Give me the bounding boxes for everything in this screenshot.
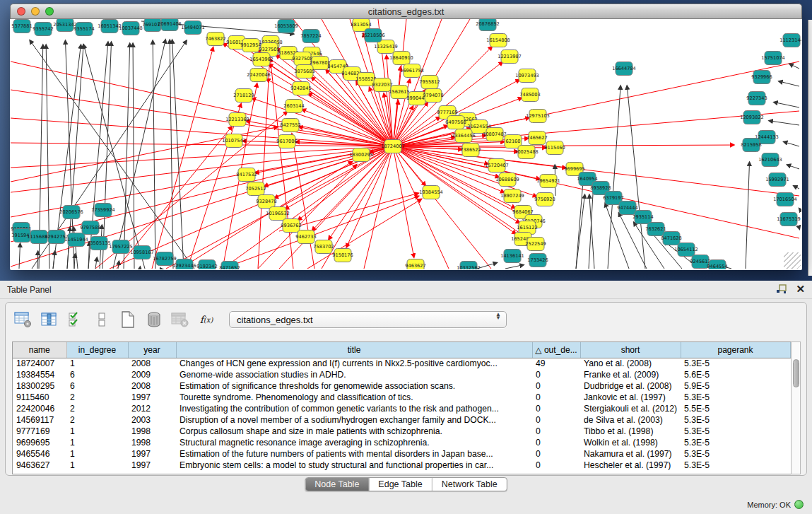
graph-node[interactable]: 16051342 xyxy=(98,20,122,33)
graph-node[interactable]: 7463822 xyxy=(205,33,225,46)
table-cell[interactable]: 1 xyxy=(66,460,128,471)
graph-node[interactable]: 22420046 xyxy=(247,69,271,82)
graph-node[interactable]: 9617006 xyxy=(276,135,297,148)
scrollbar-thumb[interactable] xyxy=(793,359,799,387)
table-cell[interactable]: 1 xyxy=(66,448,128,460)
table-cell[interactable]: 2012 xyxy=(128,403,176,414)
graph-node[interactable]: 6497568 xyxy=(445,116,466,129)
network-window-titlebar[interactable]: citations_edges.txt xyxy=(10,4,802,19)
table-cell[interactable]: Corpus callosum shape and size in male p… xyxy=(176,426,532,437)
column-header-out-degree[interactable]: △ out_de... xyxy=(532,342,580,358)
network-view-window[interactable]: citations_edges.txt 18724007746382291601… xyxy=(10,4,802,270)
table-cell[interactable]: 1 xyxy=(66,426,128,437)
table-row[interactable]: 977716911998Corpus callosum shape and si… xyxy=(13,426,790,437)
table-row[interactable]: 1830029562008Estimation of significance … xyxy=(13,380,790,392)
table-cell[interactable]: 19384554 xyxy=(13,369,66,380)
table-cell[interactable]: 2008 xyxy=(128,358,176,369)
table-cell[interactable]: 0 xyxy=(532,448,580,460)
graph-node[interactable]: 11123144 xyxy=(779,34,801,47)
graph-node[interactable]: 9797588 xyxy=(80,221,100,235)
select-all-rows-icon[interactable] xyxy=(65,310,86,329)
table-cell[interactable]: 2 xyxy=(66,392,128,403)
table-row[interactable]: 2242004622012Investigating the contribut… xyxy=(13,403,790,414)
graph-node[interactable]: 10107543 xyxy=(222,134,246,148)
table-cell[interactable]: Hescheler et al. (1997) xyxy=(580,460,681,471)
table-cell[interactable]: Estimation of significance thresholds fo… xyxy=(176,380,532,392)
table-cell[interactable]: Yano et al. (2008) xyxy=(580,358,681,369)
graph-node[interactable]: 3875685 xyxy=(294,65,314,78)
graph-node[interactable]: 8417532 xyxy=(236,168,257,182)
table-cell[interactable]: 5.3E-5 xyxy=(681,392,790,403)
graph-node[interactable]: 8471652 xyxy=(219,262,240,270)
table-row[interactable]: 1456911722003Disruption of a novel membe… xyxy=(13,414,790,426)
table-cell[interactable]: 9463627 xyxy=(13,460,66,471)
graph-node[interactable]: 16154808 xyxy=(486,34,510,47)
table-cell[interactable]: 1997 xyxy=(128,392,176,403)
graph-node[interactable]: 9462733 xyxy=(295,230,316,244)
graph-node[interactable]: 12213987 xyxy=(498,50,522,64)
graph-node[interactable]: 2522549 xyxy=(525,238,546,251)
table-row[interactable]: 969969511998Structural magnetic resonanc… xyxy=(13,437,790,448)
table-cell[interactable]: 1998 xyxy=(128,437,176,448)
table-cell[interactable]: Jankovic et al. (1997) xyxy=(580,392,681,403)
table-row[interactable]: 1938455462009Genome-wide association stu… xyxy=(13,369,790,380)
table-settings-icon[interactable] xyxy=(13,310,34,329)
table-cell[interactable]: 0 xyxy=(532,460,580,471)
graph-node[interactable]: 9355742 xyxy=(33,23,53,36)
table-cell[interactable]: 2 xyxy=(66,414,128,426)
graph-node[interactable]: 2718129 xyxy=(233,89,254,103)
graph-node[interactable]: 20206576 xyxy=(59,206,83,219)
graph-node[interactable]: 9192342 xyxy=(196,260,217,270)
graph-node[interactable]: 16210643 xyxy=(758,153,782,167)
graph-node[interactable]: 5377881 xyxy=(11,20,32,33)
graph-node[interactable]: 9355174 xyxy=(73,23,94,36)
graph-node[interactable]: 9329966 xyxy=(751,71,772,84)
graph-node[interactable]: 15720407 xyxy=(485,159,509,173)
graph-node[interactable]: 19384554 xyxy=(419,186,443,199)
tab-edge-table[interactable]: Edge Table xyxy=(369,478,432,491)
table-cell[interactable]: 0 xyxy=(532,437,580,448)
table-row[interactable]: 911546021997Tourette syndrome. Phenomeno… xyxy=(13,392,790,403)
graph-node[interactable]: 7485003 xyxy=(519,88,540,102)
graph-node[interactable]: 9794078 xyxy=(423,89,443,103)
table-cell[interactable]: 6 xyxy=(66,369,128,380)
table-cell[interactable]: 1998 xyxy=(128,426,176,437)
graph-node[interactable]: 10025488 xyxy=(514,146,539,159)
table-cell[interactable]: 0 xyxy=(532,414,580,426)
tab-network-table[interactable]: Network Table xyxy=(433,478,507,491)
graph-node[interactable]: 12213369 xyxy=(225,113,249,127)
table-cell[interactable]: Investigating the contribution of common… xyxy=(176,403,532,414)
clear-selection-icon[interactable] xyxy=(91,310,112,329)
table-cell[interactable]: 1 xyxy=(66,437,128,448)
graph-node[interactable]: 17359924 xyxy=(91,204,115,217)
graph-node[interactable]: 12093822 xyxy=(740,111,764,124)
table-cell[interactable]: 0 xyxy=(532,380,580,392)
close-panel-icon[interactable]: ✕ xyxy=(796,284,805,294)
graph-node[interactable]: 10807487 xyxy=(483,128,507,141)
table-cell[interactable]: Dudbridge et al. (2008) xyxy=(580,380,681,392)
table-dropdown[interactable]: citations_edges.txt ▲▼ xyxy=(229,311,507,328)
graph-node[interactable]: 18300295 xyxy=(349,148,373,162)
graph-node[interactable]: 18640910 xyxy=(389,52,413,65)
table-cell[interactable]: 9115460 xyxy=(13,392,66,403)
graph-node[interactable]: 9150176 xyxy=(332,249,353,262)
table-cell[interactable]: Changes of HCN gene expression and I(f) … xyxy=(176,358,532,369)
graph-node[interactable]: 8427552 xyxy=(280,119,300,132)
table-cell[interactable]: 5.9E-5 xyxy=(681,380,790,392)
column-header-short[interactable]: short xyxy=(580,342,681,358)
graph-node[interactable]: 20691406 xyxy=(158,19,182,31)
graph-node[interactable]: 9328478 xyxy=(256,195,276,209)
table-cell[interactable]: 2009 xyxy=(128,369,176,380)
graph-node[interactable]: 19654921 xyxy=(536,175,560,188)
graph-node[interactable]: 23364456 xyxy=(452,129,476,143)
graph-node[interactable]: 10958167 xyxy=(130,246,154,259)
table-scrollbar[interactable] xyxy=(791,341,801,474)
new-document-icon[interactable] xyxy=(117,310,139,329)
graph-node[interactable]: 11451944 xyxy=(64,233,88,247)
table-cell[interactable]: 18724007 xyxy=(13,358,66,369)
table-cell[interactable]: 14569117 xyxy=(13,414,66,426)
tab-node-table[interactable]: Node Table xyxy=(305,478,369,491)
graph-node[interactable]: 9464554 xyxy=(707,260,727,270)
table-row[interactable]: 1872400712008Changes of HCN gene express… xyxy=(13,358,790,369)
table-cell[interactable]: 1997 xyxy=(128,460,176,471)
